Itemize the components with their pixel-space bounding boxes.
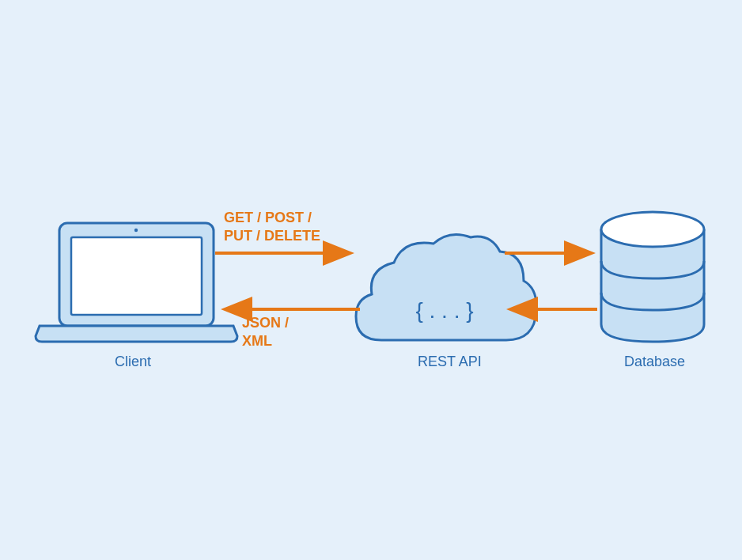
response-label: JSON / XML xyxy=(242,314,289,351)
client-label: Client xyxy=(115,354,151,370)
svg-rect-2 xyxy=(71,237,202,315)
request-label: GET / POST / PUT / DELETE xyxy=(224,209,320,246)
svg-point-3 xyxy=(134,229,138,232)
api-label: REST API xyxy=(418,354,482,370)
rest-api-diagram: { . . . } GET / POST / PUT / DELETE JSON… xyxy=(0,0,742,560)
svg-point-5 xyxy=(601,212,704,247)
laptop-icon xyxy=(36,223,237,342)
cloud-icon: { . . . } xyxy=(356,234,536,340)
cloud-code-text: { . . . } xyxy=(415,298,473,323)
database-label: Database xyxy=(624,354,685,370)
database-icon xyxy=(601,212,704,342)
